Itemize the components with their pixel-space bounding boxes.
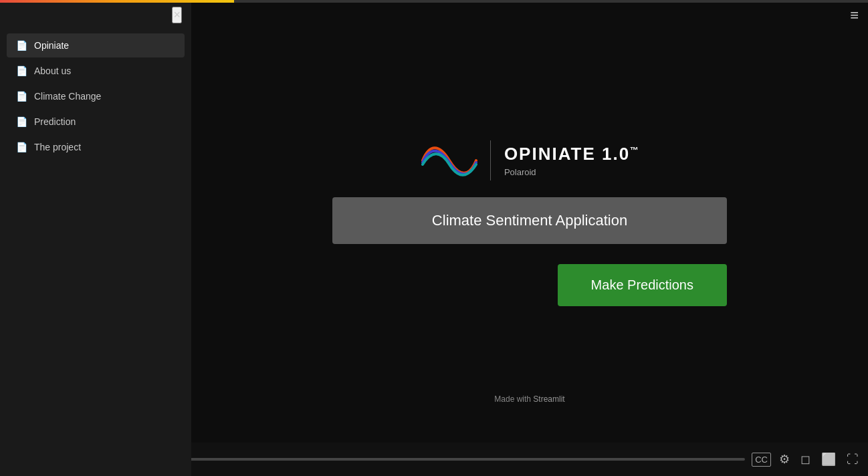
doc-icon-prediction: 📄 xyxy=(16,116,27,127)
sidebar-item-climate-change[interactable]: 📄 Climate Change xyxy=(7,84,185,108)
main-content: ≡ OPINIATE 1.0™ Polaroid Climate Sentime… xyxy=(191,0,868,443)
right-controls: CC ⚙ ◻ ⬜ ⛶ xyxy=(752,449,861,469)
hamburger-menu[interactable]: ≡ xyxy=(850,7,859,24)
sidebar-item-about-us[interactable]: 📄 About us xyxy=(7,59,185,83)
sidebar-label-prediction: Prediction xyxy=(34,116,76,127)
sidebar: × 📄 Opiniate 📄 About us 📄 Climate Change… xyxy=(0,0,191,476)
sidebar-item-prediction[interactable]: 📄 Prediction xyxy=(7,110,185,134)
polaroid-brand: Polaroid xyxy=(504,167,640,177)
logo-container: OPINIATE 1.0™ Polaroid xyxy=(419,137,640,184)
theater-button[interactable]: ⬜ xyxy=(819,449,839,469)
logo-text-group: OPINIATE 1.0™ Polaroid xyxy=(504,144,640,177)
doc-icon-opiniate: 📄 xyxy=(16,40,27,51)
logo-divider xyxy=(490,140,491,181)
top-progress-bar xyxy=(0,0,868,3)
logo-app-name: OPINIATE 1.0™ xyxy=(504,144,640,164)
sidebar-label-the-project: The project xyxy=(34,142,81,152)
polaroid-logo-svg xyxy=(419,137,479,184)
doc-icon-the-project: 📄 xyxy=(16,142,27,152)
miniplayer-button[interactable]: ◻ xyxy=(798,449,813,469)
sidebar-close-button[interactable]: × xyxy=(172,7,182,23)
doc-icon-about-us: 📄 xyxy=(16,66,27,76)
sidebar-item-the-project[interactable]: 📄 The project xyxy=(7,135,185,159)
settings-button[interactable]: ⚙ xyxy=(776,449,792,469)
made-with-text: Made with xyxy=(494,394,531,404)
progress-fill xyxy=(0,0,234,3)
app-title-banner: Climate Sentiment Application xyxy=(332,197,727,244)
sidebar-label-opiniate: Opiniate xyxy=(34,40,69,51)
opiniate-text: OPINIATE 1.0 xyxy=(504,144,630,164)
sidebar-label-climate-change: Climate Change xyxy=(34,91,101,102)
sidebar-nav: 📄 Opiniate 📄 About us 📄 Climate Change 📄… xyxy=(0,33,191,159)
app-title-text: Climate Sentiment Application xyxy=(432,212,627,229)
video-progress-bar[interactable] xyxy=(134,458,745,461)
sidebar-item-opiniate[interactable]: 📄 Opiniate xyxy=(7,33,185,57)
tm-symbol: ™ xyxy=(630,145,640,155)
sidebar-label-about-us: About us xyxy=(34,66,71,76)
cc-button[interactable]: CC xyxy=(752,453,771,467)
fullscreen-button[interactable]: ⛶ xyxy=(844,450,861,469)
streamlit-footer: Made with Streamlit xyxy=(494,394,564,404)
streamlit-link[interactable]: Streamlit xyxy=(533,394,564,404)
make-predictions-button[interactable]: Make Predictions xyxy=(558,264,727,306)
doc-icon-climate-change: 📄 xyxy=(16,91,27,102)
